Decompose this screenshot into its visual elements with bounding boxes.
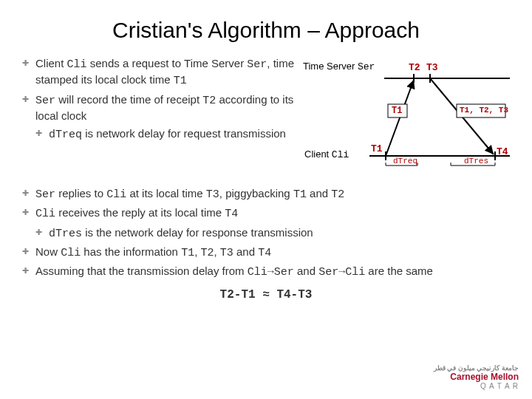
cristian-diagram: Time Server Ser Client Cli T2 T3 T1 T1, … [303,56,510,182]
label-client: Client Cli [304,149,349,160]
text: is network delay for request transmissio… [82,127,286,140]
page-title: Cristian's Algorithm – Approach [0,0,532,56]
text: Assuming that the transmission delay fro… [35,265,248,277]
bullet-list-top: Client Cli sends a request to Time Serve… [22,56,303,143]
text: Client [35,57,67,69]
text: Now [35,245,61,258]
logo-qatar: Q A T A R [480,382,519,390]
label-t1-bottom: T1 [371,143,383,154]
code-t1: T1 [293,188,307,201]
text: and [233,245,258,258]
bullet-4a: dTres is the network delay for response … [35,225,510,242]
code-ser: Ser [358,61,375,72]
bullet-6: Assuming that the transmission delay fro… [22,264,510,280]
text: is the network delay for response transm… [82,226,313,239]
bullet-2: Ser will record the time of receipt T2 a… [22,92,303,143]
text: and [294,265,318,277]
diagram-column: Time Server Ser Client Cli T2 T3 T1 T1, … [303,56,510,182]
text: receives the reply at its local time [55,206,225,219]
code-ser: Ser [247,58,267,71]
box-t1t2t3: T1, T2, T3 [460,106,508,115]
code-t2: T2 [202,95,216,107]
logo-main: Carnegie Mellon [450,372,519,382]
text: Time Server [303,61,358,72]
bullet-2a: dTreq is network delay for request trans… [35,126,303,143]
label-t3: T3 [426,62,438,73]
code-sercli: Ser→Cli [318,266,365,279]
code-cliser: Cli→Ser [248,266,294,279]
code-dtreq: dTreq [49,129,82,141]
text: are the same [365,265,433,277]
box-t1: T1 [392,106,402,116]
code-cli: Cli [35,208,55,220]
text: has the information [81,245,181,258]
code-ser: Ser [35,95,55,107]
label-dtreq: dTreq [393,157,417,166]
text: at its local time [126,187,206,200]
text: Client [304,149,332,160]
code-t4: T4 [258,247,271,259]
bullet-1: Client Cli sends a request to Time Serve… [22,56,303,89]
cmu-qatar-logo: جامعة كارنيجي ميلون في قطر Carnegie Mell… [434,365,519,390]
logo-arabic: جامعة كارنيجي ميلون في قطر [434,365,519,372]
code-t2: T2 [331,188,344,201]
text: , [214,245,220,258]
left-column: Client Cli sends a request to Time Serve… [22,56,303,182]
bullet-4: Cli receives the reply at its local time… [22,205,510,242]
label-t4-bottom: T4 [497,146,508,157]
code-cli: Cli [67,58,87,71]
text: and [307,187,331,200]
text: will record the time of receipt [55,93,202,106]
code-t3: T3 [206,188,219,201]
text: , piggybacking [219,187,293,200]
code-dtres: dTres [49,228,82,240]
code-t3: T3 [220,247,233,259]
code-ser: Ser [35,188,55,201]
code-cli: Cli [61,247,81,259]
content-row: Client Cli sends a request to Time Serve… [0,56,532,182]
code-t4: T4 [225,208,238,220]
code-t1: T1 [174,75,187,87]
label-t2: T2 [409,62,420,73]
label-timeserver: Time Server Ser [303,61,375,72]
bullet-3: Ser replies to Cli at its local time T3,… [22,186,510,202]
label-dtres: dTres [464,157,488,166]
code-cli: Cli [106,188,126,201]
bullet-5: Now Cli has the information T1, T2, T3 a… [22,245,510,261]
text: replies to [55,187,106,200]
text: sends a request to Time Server [87,57,248,69]
code-cli: Cli [332,149,349,160]
code-t2: T2 [200,247,214,259]
bottom-section: Ser replies to Cli at its local time T3,… [0,182,532,304]
equation: T2-T1 ≈ T4-T3 [22,287,510,304]
bullet-list-bottom: Ser replies to Cli at its local time T3,… [22,186,510,280]
code-t1: T1 [181,247,194,259]
